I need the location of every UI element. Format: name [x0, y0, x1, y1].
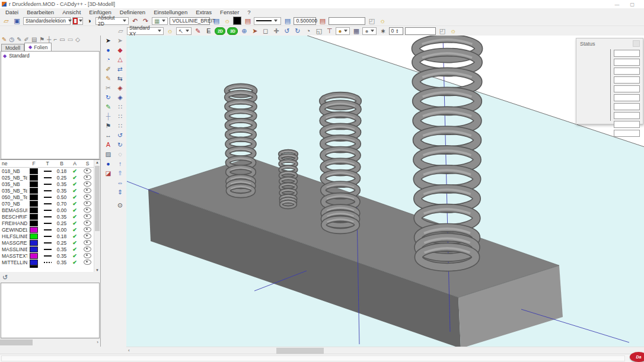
maximize-button[interactable]: ▢ — [630, 2, 635, 7]
layer-visibility-eye-icon[interactable] — [84, 214, 91, 219]
layer-linetype-sample[interactable] — [44, 229, 52, 230]
shading-dropdown[interactable]: ● — [362, 27, 377, 35]
layer-visibility-eye-icon[interactable] — [84, 220, 91, 226]
globe-icon[interactable]: ◔ — [103, 55, 113, 64]
layer-color-swatch[interactable] — [30, 194, 38, 200]
rotate-icon[interactable]: ↻ — [103, 93, 113, 102]
cursor-dropdown[interactable]: ↖ — [176, 27, 192, 35]
layer-row[interactable]: BESCHRIFTU...0.35✔ — [0, 213, 100, 220]
layer-active-check-icon[interactable]: ✔ — [69, 220, 81, 226]
arrows-horizontal-icon[interactable]: ⇄ — [115, 65, 125, 73]
layer-color-swatch[interactable] — [30, 201, 38, 207]
layer-row[interactable]: 035_NB_Text0.35✔ — [0, 187, 100, 194]
status-panel-close-button[interactable] — [633, 40, 640, 47]
viewport-hscrollbar[interactable]: ‹ — [126, 347, 644, 354]
spring-1[interactable] — [227, 86, 255, 196]
linestyle-combo[interactable] — [254, 17, 281, 25]
rotate-cw-icon[interactable]: ↻ — [293, 27, 302, 35]
axes-icon[interactable]: △ — [115, 55, 125, 64]
spring-3[interactable] — [322, 95, 359, 231]
layer-linetype-sample[interactable] — [44, 216, 52, 217]
bulb2-icon[interactable]: ☼ — [378, 17, 387, 25]
layer-row[interactable]: 025_NB_Text0.25✔ — [0, 174, 100, 181]
save-icon[interactable]: ▣ — [12, 17, 21, 25]
menu-definieren[interactable]: Definieren — [116, 9, 149, 15]
pan-icon[interactable]: ✚ — [272, 27, 280, 35]
layer-move-icon[interactable]: ▤ — [283, 17, 292, 25]
plane-icon[interactable]: ▱ — [116, 27, 125, 35]
view-plane-combo[interactable]: Standard XY — [127, 27, 164, 35]
layer-row[interactable]: 018_NB0.18✔ — [0, 168, 100, 174]
layer-linetype-sample[interactable] — [44, 249, 52, 250]
status-field-6[interactable] — [614, 94, 640, 101]
3d-viewport[interactable] — [126, 36, 644, 347]
move-vertical-icon[interactable]: ⇕ — [115, 188, 125, 197]
grid-dots3-icon[interactable]: ∷ — [115, 121, 125, 130]
layer-active-check-icon[interactable]: ✔ — [69, 188, 81, 194]
layer-active-check-icon[interactable]: ✔ — [69, 227, 81, 233]
render-mode-dropdown[interactable]: ● — [336, 27, 350, 35]
layer-visibility-eye-icon[interactable] — [84, 246, 91, 252]
eraser-icon[interactable]: ◪ — [103, 169, 113, 178]
layer-color-swatch[interactable] — [30, 253, 38, 259]
freehand-icon[interactable]: ✎ — [103, 102, 113, 111]
layer-active-check-icon[interactable]: ✔ — [69, 260, 81, 265]
status-field-1[interactable] — [614, 50, 640, 57]
cross-icon[interactable]: ┼ — [47, 36, 51, 43]
layer-linetype-sample[interactable] — [44, 242, 52, 244]
layer-active-check-icon[interactable]: ✔ — [69, 246, 81, 252]
pan-page-icon[interactable]: ◰ — [438, 27, 447, 35]
layer-active-check-icon[interactable]: ✔ — [69, 201, 81, 207]
leader-flag-icon[interactable]: ⚑ — [103, 121, 113, 130]
dimension-icon[interactable]: ↔ — [103, 131, 113, 140]
tab-folien[interactable]: ◆Folien — [24, 43, 52, 51]
arrows-horizontal2-icon[interactable]: ⇆ — [115, 74, 125, 83]
status-field-9[interactable] — [614, 121, 640, 128]
status-field-4[interactable] — [614, 76, 640, 84]
menu-help[interactable]: ? — [243, 9, 254, 15]
layer-linetype-sample[interactable] — [44, 177, 52, 178]
info-icon[interactable]: ● — [103, 159, 113, 168]
layer-color-swatch[interactable] — [30, 240, 38, 246]
select-icon[interactable]: ➤ — [103, 36, 113, 45]
layer-visibility-eye-icon[interactable] — [84, 181, 91, 187]
tangent-icon[interactable]: ⊤ — [325, 27, 334, 35]
layer-active-check-icon[interactable]: ✔ — [69, 194, 81, 200]
linewidth-field[interactable]: 0.500000 — [294, 17, 316, 25]
layer-copy-icon[interactable]: ▤ — [243, 17, 252, 25]
layer-color-swatch[interactable] — [30, 227, 38, 233]
layer-row[interactable]: BEMASSUN...0.00✔ — [0, 207, 100, 213]
layer-visibility-eye-icon[interactable] — [84, 201, 91, 206]
scroll-up-arrow[interactable]: ▲ — [94, 161, 100, 164]
layer-active-check-icon[interactable]: ✔ — [69, 253, 81, 259]
coordinate-mode-combo[interactable]: Absolut 2D — [95, 17, 129, 25]
layer-active-check-icon[interactable]: ✔ — [69, 240, 81, 246]
name-field[interactable] — [329, 17, 365, 25]
rotate-ccw-icon[interactable]: ↺ — [115, 131, 125, 140]
spinner-arrows-icon[interactable]: ▲▼ — [396, 28, 398, 33]
menu-bearbeiten[interactable]: Bearbeiten — [23, 9, 58, 15]
trim-icon[interactable]: ✂ — [103, 84, 113, 92]
layer-active-check-icon[interactable]: ✔ — [69, 207, 81, 213]
undo-icon[interactable]: ↶ — [130, 17, 139, 25]
selection-mode-combo[interactable]: Standardselektion — [23, 17, 71, 25]
layer-linetype-sample[interactable] — [44, 203, 52, 204]
move-horizontal-icon[interactable]: ⇔ — [115, 178, 125, 187]
layer-row[interactable]: 050_NB_Text0.50✔ — [0, 194, 100, 200]
linetype-field[interactable]: VOLLLINIE_BREIT — [170, 17, 210, 25]
bulb-icon[interactable]: ☼ — [165, 27, 174, 35]
layer-active-check-icon[interactable]: ✔ — [69, 233, 81, 239]
scrollbar-thumb[interactable] — [0, 339, 33, 345]
layer-table-vscrollbar[interactable]: ▲▼ — [94, 160, 100, 272]
walk-view-icon[interactable]: ➤ — [250, 27, 259, 35]
table-icon[interactable]: ▤ — [31, 36, 37, 43]
diamonds-icon[interactable]: ◈ — [115, 84, 125, 92]
rotate-cw-icon[interactable]: ↻ — [115, 140, 125, 149]
layer-row[interactable]: MASSLINIEN0.35✔ — [0, 246, 100, 252]
layer-linetype-sample[interactable] — [44, 236, 52, 237]
layer-visibility-eye-icon[interactable] — [84, 168, 91, 174]
scroll-left-arrow[interactable]: ‹ — [128, 347, 130, 354]
layer-linetype-sample[interactable] — [44, 197, 52, 198]
layer-linetype-sample[interactable] — [44, 223, 52, 224]
layer-linetype-sample[interactable] — [44, 210, 52, 211]
